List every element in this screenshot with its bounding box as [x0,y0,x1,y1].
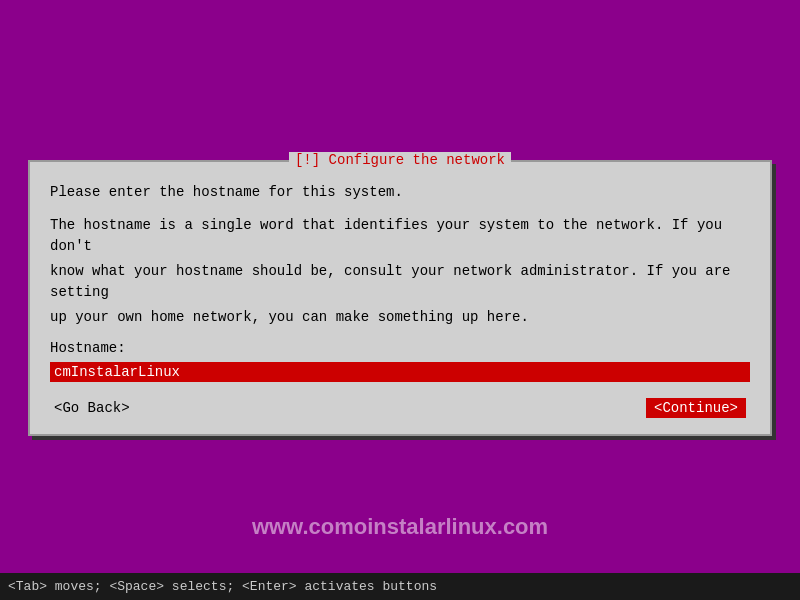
description-line4: up your own home network, you can make s… [50,307,750,328]
dialog-title: [!] Configure the network [289,152,511,168]
continue-button[interactable]: <Continue> [646,398,746,418]
dialog-buttons: <Go Back> <Continue> [50,398,750,418]
dialog-box: —————————— [!] Configure the network ———… [28,160,772,436]
hostname-input[interactable] [54,364,746,380]
description-line2: The hostname is a single word that ident… [50,215,750,257]
status-bar: <Tab> moves; <Space> selects; <Enter> ac… [0,573,800,600]
hostname-input-wrapper[interactable] [50,362,750,382]
go-back-button[interactable]: <Go Back> [54,400,130,416]
description-line3: know what your hostname should be, consu… [50,261,750,303]
watermark: www.comoinstalarlinux.com [252,514,548,540]
hostname-label: Hostname: [50,340,750,356]
description-line1: Please enter the hostname for this syste… [50,182,750,203]
